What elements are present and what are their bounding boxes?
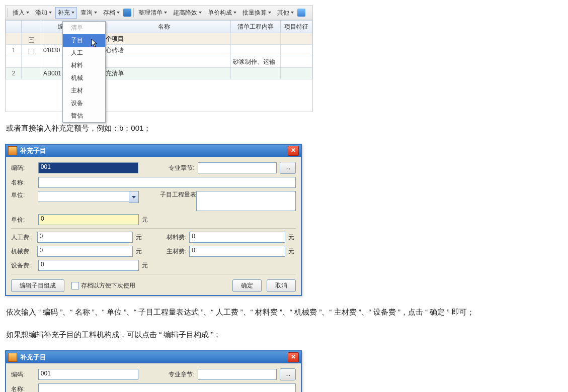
toolbar: 插入 添加 补充 查询 存档 整理清单 超高降效 单价构成 批量换算 其他 xyxy=(6,6,312,20)
misc-icon[interactable] xyxy=(297,9,305,17)
input-equip[interactable]: 0 xyxy=(38,260,139,271)
cancel-button[interactable]: 取消 xyxy=(267,279,296,292)
textarea-expr[interactable] xyxy=(196,191,296,211)
toolbar-other[interactable]: 其他 xyxy=(275,7,296,19)
input-code[interactable]: 001 xyxy=(38,162,138,173)
close-button[interactable]: ✕ xyxy=(288,352,299,362)
dialog-icon xyxy=(8,353,17,362)
table-row[interactable]: 2 AB001 页 补充清单 xyxy=(6,68,312,79)
dropdown-item-equipment[interactable]: 设备 xyxy=(63,97,105,110)
label-unit: 单位: xyxy=(11,191,35,200)
label-name: 名称: xyxy=(11,178,35,187)
paragraph-3: 如果想编辑补充子目的工料机构成，可以点击 “ 编辑子目构成 ”； xyxy=(6,328,563,341)
archive-checkbox[interactable]: 存档以方便下次使用 xyxy=(71,281,135,290)
table-row[interactable]: 1 – 01030 页 实心砖墙 xyxy=(6,45,312,56)
combo-dropdown-button[interactable] xyxy=(129,191,139,203)
label-material: 材料费: xyxy=(157,233,186,242)
label-code: 编码: xyxy=(11,164,35,172)
input-chapter[interactable] xyxy=(198,369,277,380)
close-button[interactable]: ✕ xyxy=(288,146,299,156)
combo-unit[interactable] xyxy=(38,191,139,203)
input-name[interactable] xyxy=(38,177,296,188)
edit-composition-button[interactable]: 编辑子目组成 xyxy=(11,279,64,292)
table-row[interactable]: – 整个项目 xyxy=(6,33,312,45)
input-price[interactable]: 0 xyxy=(38,214,139,225)
paragraph-2: 依次输入 “ 编码 ”、“ 名称 ”、“ 单位 ”、“ 子目工程量表达式 ”、“… xyxy=(6,305,563,319)
col-feature[interactable]: 项目特征 xyxy=(281,21,312,33)
toolbar-price[interactable]: 单价构成 xyxy=(205,7,239,19)
dialog-supplement-subitem-2: 补充子目 ✕ 编码: 001 专业章节: ... 名称: 单位: 子目工程 xyxy=(5,350,302,392)
input-material[interactable]: 0 xyxy=(189,232,285,243)
label-equip: 设备费: xyxy=(11,261,35,270)
dialog-title: 补充子目 xyxy=(20,146,46,155)
dialog-icon xyxy=(8,146,17,155)
dropdown-item-list: 清单 xyxy=(63,22,105,34)
label-machine: 机械费: xyxy=(11,247,34,256)
toolbar-add[interactable]: 添加 xyxy=(33,7,54,19)
label-name: 名称: xyxy=(11,385,35,393)
col-project[interactable]: 清单工程内容 xyxy=(231,21,281,33)
label-expr: 子目工程量表达式: xyxy=(160,191,193,198)
label-mainmat: 主材费: xyxy=(157,247,186,256)
toolbar-query[interactable]: 查询 xyxy=(78,7,100,19)
dialog-titlebar[interactable]: 补充子目 ✕ xyxy=(6,351,301,363)
label-chapter: 专业章节: xyxy=(165,164,195,172)
toolbar-batch[interactable]: 批量换算 xyxy=(240,7,274,19)
input-mainmat[interactable]: 0 xyxy=(189,246,285,257)
dropdown-item-subitem[interactable]: 子目 xyxy=(63,34,105,47)
dropdown-item-main[interactable]: 主材 xyxy=(63,84,105,97)
supplement-dropdown: 清单 子目 人工 材料 机械 主材 设备 暂估 xyxy=(62,21,106,123)
toolbar-supplement[interactable]: 补充 xyxy=(55,7,77,19)
find-icon[interactable] xyxy=(123,9,131,17)
grid-header: 编 别 名称 清单工程内容 项目特征 xyxy=(6,21,312,33)
collapse-icon[interactable]: – xyxy=(29,49,34,54)
paragraph-1: 或者直接输入补充定额号，例如：b：001； xyxy=(6,121,563,135)
label-code: 编码: xyxy=(11,370,35,379)
dialog-title: 补充子目 xyxy=(20,353,46,362)
toolbar-insert[interactable]: 插入 xyxy=(10,7,32,19)
dropdown-item-material[interactable]: 材料 xyxy=(63,59,105,72)
dialog-titlebar[interactable]: 补充子目 ✕ xyxy=(6,145,301,157)
input-machine[interactable]: 0 xyxy=(37,246,133,257)
dropdown-item-machine[interactable]: 机械 xyxy=(63,72,105,84)
dropdown-item-labor[interactable]: 人工 xyxy=(63,47,105,59)
input-chapter[interactable] xyxy=(198,162,277,173)
toolbar-height[interactable]: 超高降效 xyxy=(171,7,204,19)
browse-button[interactable]: ... xyxy=(280,162,296,174)
dialog-supplement-subitem: 补充子目 ✕ 编码: 001 专业章节: ... 名称: 单位: 子目工程量表达… xyxy=(5,144,302,296)
input-labor[interactable]: 0 xyxy=(37,232,133,243)
label-chapter: 专业章节: xyxy=(165,370,195,379)
screenshot-grid-dropdown: 插入 添加 补充 查询 存档 整理清单 超高降效 单价构成 批量换算 其他 编 … xyxy=(5,5,313,112)
label-price: 单价: xyxy=(11,216,35,224)
ok-button[interactable]: 确定 xyxy=(232,279,262,292)
checkbox-icon[interactable] xyxy=(71,282,79,289)
toolbar-archive[interactable]: 存档 xyxy=(101,7,122,19)
label-labor: 人工费: xyxy=(11,233,34,242)
col-name[interactable]: 名称 xyxy=(98,21,231,33)
table-row[interactable]: 定 砂浆制作、运输 xyxy=(6,56,312,68)
browse-button[interactable]: ... xyxy=(280,368,296,380)
collapse-icon[interactable]: – xyxy=(29,37,34,43)
table-row xyxy=(6,79,312,112)
data-grid: 编 别 名称 清单工程内容 项目特征 – 整个项目 1 – 01030 页 实心… xyxy=(6,20,312,112)
unit-yuan: 元 xyxy=(142,216,150,224)
input-code[interactable]: 001 xyxy=(38,369,138,380)
toolbar-tidy[interactable]: 整理清单 xyxy=(136,7,170,19)
input-name[interactable] xyxy=(38,383,296,392)
dropdown-item-temp[interactable]: 暂估 xyxy=(63,110,105,122)
